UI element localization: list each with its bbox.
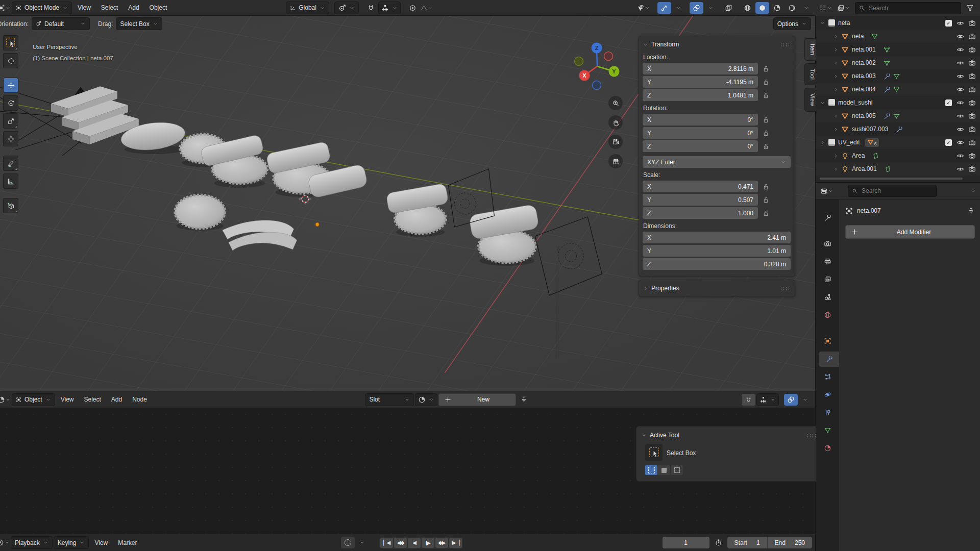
auto-keying-options-dropdown[interactable]: [355, 537, 369, 548]
gizmo-axis-neg-z[interactable]: [593, 81, 601, 90]
eye-icon[interactable]: [957, 152, 964, 160]
dimensions-x-field[interactable]: X2.41 m: [643, 232, 791, 243]
shader-type-dropdown[interactable]: Object: [12, 393, 55, 406]
auto-keying-toggle[interactable]: [341, 537, 355, 548]
rotation-y-field[interactable]: Y0°: [643, 127, 758, 139]
editor-type-properties-button[interactable]: [820, 185, 834, 197]
pivot-point-dropdown[interactable]: [334, 2, 359, 14]
eye-icon[interactable]: [957, 112, 964, 120]
drag-mode-dropdown[interactable]: Select Box: [116, 17, 162, 30]
camera-icon[interactable]: [968, 112, 976, 120]
tool-measure[interactable]: [3, 173, 18, 189]
lock-icon[interactable]: [762, 209, 770, 217]
chevron-down-icon[interactable]: [820, 20, 825, 26]
camera-icon[interactable]: [968, 126, 976, 133]
tab-material[interactable]: [816, 441, 839, 456]
object-type-visibility-dropdown[interactable]: [636, 4, 650, 12]
material-browse-dropdown[interactable]: [415, 393, 437, 406]
tool-cursor[interactable]: [3, 53, 18, 68]
transform-orientation-dropdown[interactable]: Global: [286, 2, 329, 14]
menu-view[interactable]: View: [56, 396, 79, 403]
tab-tool[interactable]: Tool: [804, 63, 816, 85]
empty-objects[interactable]: [448, 169, 602, 295]
gizmo-axis-neg-y[interactable]: [575, 57, 583, 66]
tab-item[interactable]: Item: [804, 38, 816, 61]
pan-button[interactable]: [608, 115, 623, 130]
lock-icon[interactable]: [762, 142, 770, 150]
xray-toggle[interactable]: [722, 2, 736, 14]
camera-icon[interactable]: [968, 99, 976, 107]
menu-node[interactable]: Node: [128, 396, 152, 403]
camera-icon[interactable]: [968, 152, 976, 160]
camera-icon[interactable]: [968, 33, 976, 40]
eye-icon[interactable]: [957, 19, 964, 27]
camera-icon[interactable]: [968, 19, 976, 27]
camera-icon[interactable]: [968, 59, 976, 67]
tool-add-cube[interactable]: [3, 198, 18, 213]
eye-icon[interactable]: [957, 59, 964, 67]
select-mode-extend[interactable]: [658, 465, 670, 475]
gizmo-axis-neg-x[interactable]: [604, 52, 613, 61]
outliner-row-object[interactable]: neta.004: [816, 83, 980, 96]
proportional-falloff-dropdown[interactable]: [420, 2, 434, 14]
shading-material-button[interactable]: [770, 2, 784, 14]
camera-icon[interactable]: [968, 72, 976, 80]
lock-icon[interactable]: [762, 196, 770, 204]
tab-view[interactable]: View: [804, 88, 816, 112]
tool-transform[interactable]: [3, 131, 18, 146]
eye-icon[interactable]: [957, 99, 964, 107]
collection-checkbox[interactable]: [945, 99, 952, 106]
outliner-row-light[interactable]: Area.001: [816, 162, 980, 176]
expand-icon[interactable]: [643, 286, 648, 291]
select-mode-set[interactable]: [645, 465, 657, 475]
tab-object-data[interactable]: [816, 423, 839, 438]
tab-modifiers[interactable]: [819, 352, 839, 367]
snap-target-dropdown[interactable]: [378, 2, 401, 14]
shading-wireframe-button[interactable]: [741, 2, 754, 14]
camera-icon[interactable]: [968, 46, 976, 54]
outliner-row-object[interactable]: neta.005: [816, 109, 980, 122]
rotation-z-field[interactable]: Z0°: [643, 140, 758, 152]
lock-icon[interactable]: [762, 116, 770, 123]
shading-solid-button[interactable]: [755, 2, 769, 14]
dimensions-y-field[interactable]: Y1.01 m: [643, 245, 791, 257]
tool-rotate[interactable]: [3, 95, 18, 111]
location-x-field[interactable]: X2.8116 m: [643, 63, 758, 74]
play-button[interactable]: [422, 538, 434, 548]
snap-toggle[interactable]: [742, 394, 755, 406]
tool-annotate[interactable]: [3, 156, 18, 171]
menu-select[interactable]: Select: [79, 396, 105, 403]
search-input[interactable]: [868, 4, 957, 12]
outliner-row-object[interactable]: neta.003: [816, 69, 980, 83]
menu-view[interactable]: View: [90, 539, 112, 546]
chevron-right-icon[interactable]: [833, 34, 839, 39]
editor-type-outliner-button[interactable]: [819, 2, 832, 14]
collection-checkbox[interactable]: [945, 139, 952, 146]
rotation-mode-dropdown[interactable]: XYZ Euler: [643, 156, 791, 168]
scale-z-field[interactable]: Z1.000: [643, 207, 758, 219]
editor-type-timeline-button[interactable]: [0, 537, 10, 548]
ortho-toggle-button[interactable]: [608, 154, 623, 168]
menu-add[interactable]: Add: [124, 4, 143, 11]
start-frame-field[interactable]: Start1: [727, 539, 767, 546]
eye-icon[interactable]: [957, 33, 964, 40]
stopwatch-icon[interactable]: [712, 537, 725, 548]
menu-add[interactable]: Add: [107, 396, 127, 403]
tab-render[interactable]: [816, 236, 839, 252]
eye-icon[interactable]: [957, 139, 964, 146]
filter-icon[interactable]: [963, 2, 977, 14]
tool-scale[interactable]: [3, 113, 18, 129]
show-overlays-toggle[interactable]: [784, 394, 798, 406]
display-mode-dropdown[interactable]: [835, 2, 853, 14]
outliner-row-object[interactable]: neta: [816, 30, 980, 43]
model-sushi-row[interactable]: [119, 119, 539, 266]
lock-icon[interactable]: [762, 78, 770, 86]
tab-scene[interactable]: [816, 290, 839, 305]
show-overlays-toggle[interactable]: [690, 2, 703, 14]
gizmo-options-dropdown[interactable]: [672, 2, 685, 14]
eye-icon[interactable]: [957, 86, 964, 93]
search-input[interactable]: [861, 187, 933, 195]
panel-grip[interactable]: [780, 43, 791, 46]
chevron-down-icon[interactable]: [970, 188, 976, 194]
overlays-options-dropdown[interactable]: [704, 2, 718, 14]
